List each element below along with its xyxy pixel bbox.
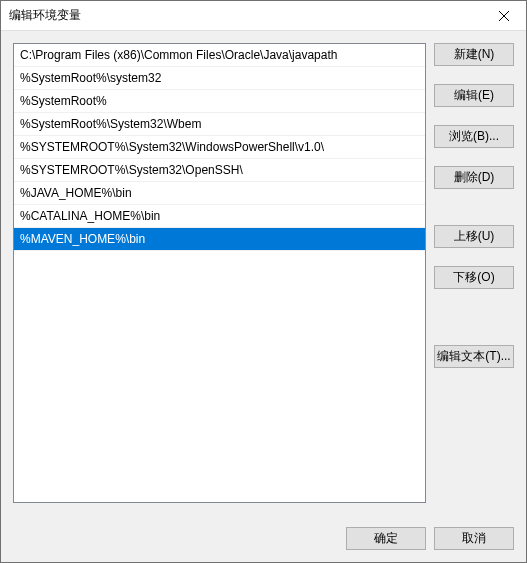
delete-button[interactable]: 删除(D) [434,166,514,189]
list-item[interactable]: C:\Program Files (x86)\Common Files\Orac… [14,44,425,67]
list-item[interactable]: %SystemRoot%\system32 [14,67,425,90]
list-item[interactable]: %SystemRoot%\System32\Wbem [14,113,425,136]
main-area: C:\Program Files (x86)\Common Files\Orac… [13,43,514,503]
spacer [434,154,514,160]
path-listbox[interactable]: C:\Program Files (x86)\Common Files\Orac… [13,43,426,503]
edit-text-button[interactable]: 编辑文本(T)... [434,345,514,368]
spacer [434,195,514,219]
dialog-footer: 确定 取消 [1,515,526,562]
new-button[interactable]: 新建(N) [434,43,514,66]
list-item[interactable]: %SystemRoot% [14,90,425,113]
move-up-button[interactable]: 上移(U) [434,225,514,248]
list-item[interactable]: %SYSTEMROOT%\System32\WindowsPowerShell\… [14,136,425,159]
spacer [434,113,514,119]
close-button[interactable] [481,1,526,31]
button-column: 新建(N) 编辑(E) 浏览(B)... 删除(D) 上移(U) 下移(O) 编… [434,43,514,503]
browse-button[interactable]: 浏览(B)... [434,125,514,148]
list-item[interactable]: %JAVA_HOME%\bin [14,182,425,205]
spacer [434,295,514,339]
list-item[interactable]: %CATALINA_HOME%\bin [14,205,425,228]
dialog-window: 编辑环境变量 C:\Program Files (x86)\Common Fil… [0,0,527,563]
close-icon [499,11,509,21]
dialog-content: C:\Program Files (x86)\Common Files\Orac… [1,31,526,515]
cancel-button[interactable]: 取消 [434,527,514,550]
titlebar: 编辑环境变量 [1,1,526,31]
ok-button[interactable]: 确定 [346,527,426,550]
list-item[interactable]: %MAVEN_HOME%\bin [14,228,425,251]
move-down-button[interactable]: 下移(O) [434,266,514,289]
spacer [434,72,514,78]
list-item[interactable]: %SYSTEMROOT%\System32\OpenSSH\ [14,159,425,182]
window-title: 编辑环境变量 [1,7,81,24]
spacer [434,254,514,260]
edit-button[interactable]: 编辑(E) [434,84,514,107]
